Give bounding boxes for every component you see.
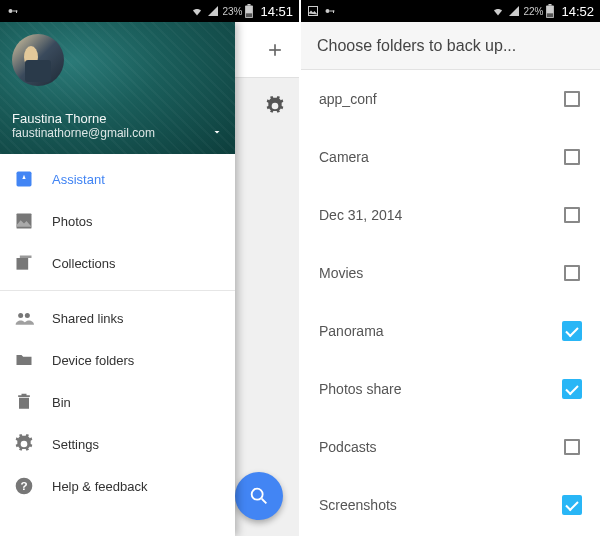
phone-left: 23% 14:51 ovies, your nise age. such [0, 0, 301, 536]
vpn-key-icon [6, 5, 20, 17]
clock: 14:52 [561, 4, 594, 19]
status-bar-right: 22% 14:52 [301, 0, 600, 22]
drawer-item-settings[interactable]: Settings [0, 423, 235, 465]
drawer-item-photos[interactable]: Photos [0, 200, 235, 242]
account-email: faustinathorne@gmail.com [12, 126, 223, 140]
folder-row-movies[interactable]: Movies [301, 244, 600, 302]
folder-label: Panorama [319, 323, 562, 339]
shared-links-icon [14, 308, 34, 328]
svg-rect-18 [333, 11, 334, 14]
drawer-item-label: Assistant [52, 172, 105, 187]
svg-point-11 [18, 313, 23, 318]
drawer-item-label: Collections [52, 256, 116, 271]
folder-row-camera[interactable]: Camera [301, 128, 600, 186]
folder-row-app-conf[interactable]: app_conf [301, 70, 600, 128]
battery-percent: 22% [523, 6, 543, 17]
svg-rect-4 [248, 4, 251, 6]
drawer-item-assistant[interactable]: Assistant [0, 158, 235, 200]
drawer-item-bin[interactable]: Bin [0, 381, 235, 423]
drawer-item-label: Shared links [52, 311, 124, 326]
nav-drawer: Faustina Thorne faustinathorne@gmail.com… [0, 22, 235, 536]
svg-rect-2 [16, 11, 17, 14]
folder-label: Dec 31, 2014 [319, 207, 562, 223]
folder-row-screenshots[interactable]: Screenshots [301, 476, 600, 534]
svg-point-12 [25, 313, 30, 318]
svg-rect-21 [547, 13, 553, 17]
drawer-item-help[interactable]: ? Help & feedback [0, 465, 235, 507]
svg-rect-9 [17, 258, 29, 270]
wifi-icon [491, 5, 505, 17]
drawer-item-label: Device folders [52, 353, 134, 368]
svg-point-6 [252, 489, 263, 500]
phone-right: 22% 14:52 Choose folders to back up... a… [301, 0, 600, 536]
svg-rect-5 [246, 13, 252, 17]
folder-label: Podcasts [319, 439, 562, 455]
svg-rect-20 [549, 4, 552, 6]
checkbox[interactable] [562, 89, 582, 109]
signal-icon [508, 5, 520, 17]
drawer-item-shared-links[interactable]: Shared links [0, 297, 235, 339]
settings-icon [14, 434, 34, 454]
folder-label: app_conf [319, 91, 562, 107]
folder-row-podcasts[interactable]: Podcasts [301, 418, 600, 476]
device-folders-icon [14, 350, 34, 370]
folder-list: app_conf Camera Dec 31, 2014 Movies Pano… [301, 70, 600, 536]
checkbox[interactable] [562, 263, 582, 283]
drawer-list: Assistant Photos Collections Shared link… [0, 154, 235, 536]
collections-icon [14, 253, 34, 273]
search-fab[interactable] [235, 472, 283, 520]
checkbox-checked[interactable] [562, 495, 582, 515]
folder-row-photos-share[interactable]: Photos share [301, 360, 600, 418]
help-icon: ? [14, 476, 34, 496]
folder-label: Photos share [319, 381, 562, 397]
battery-percent: 23% [222, 6, 242, 17]
checkbox-checked[interactable] [562, 379, 582, 399]
checkbox[interactable] [562, 205, 582, 225]
drawer-item-label: Help & feedback [52, 479, 147, 494]
svg-point-16 [326, 9, 330, 13]
drawer-item-device-folders[interactable]: Device folders [0, 339, 235, 381]
bin-icon [14, 392, 34, 412]
dialog-title: Choose folders to back up... [301, 22, 600, 70]
folder-row-dec-31[interactable]: Dec 31, 2014 [301, 186, 600, 244]
checkbox[interactable] [562, 147, 582, 167]
folder-label: Camera [319, 149, 562, 165]
avatar[interactable] [12, 34, 64, 86]
drawer-item-label: Bin [52, 395, 71, 410]
image-icon [307, 5, 319, 17]
drawer-item-label: Settings [52, 437, 99, 452]
folder-label: Screenshots [319, 497, 562, 513]
clock: 14:51 [260, 4, 293, 19]
vpn-key-icon [323, 5, 337, 17]
search-icon [248, 485, 270, 507]
account-switcher[interactable]: Faustina Thorne faustinathorne@gmail.com [12, 111, 223, 140]
svg-point-0 [9, 9, 13, 13]
account-name: Faustina Thorne [12, 111, 223, 126]
svg-rect-10 [20, 256, 32, 259]
photos-icon [14, 211, 34, 231]
assistant-icon [14, 169, 34, 189]
checkbox-checked[interactable] [562, 321, 582, 341]
gear-icon[interactable] [265, 96, 285, 116]
drawer-divider [0, 290, 235, 291]
drawer-item-label: Photos [52, 214, 92, 229]
battery-icon [546, 4, 554, 18]
battery-icon [245, 4, 253, 18]
drawer-header: Faustina Thorne faustinathorne@gmail.com [0, 22, 235, 154]
chevron-down-icon [211, 126, 223, 138]
wifi-icon [190, 5, 204, 17]
checkbox[interactable] [562, 437, 582, 457]
svg-text:?: ? [20, 479, 27, 492]
folder-row-panorama[interactable]: Panorama [301, 302, 600, 360]
add-icon[interactable] [265, 40, 285, 60]
folder-label: Movies [319, 265, 562, 281]
signal-icon [207, 5, 219, 17]
status-bar-left: 23% 14:51 [0, 0, 299, 22]
drawer-item-collections[interactable]: Collections [0, 242, 235, 284]
